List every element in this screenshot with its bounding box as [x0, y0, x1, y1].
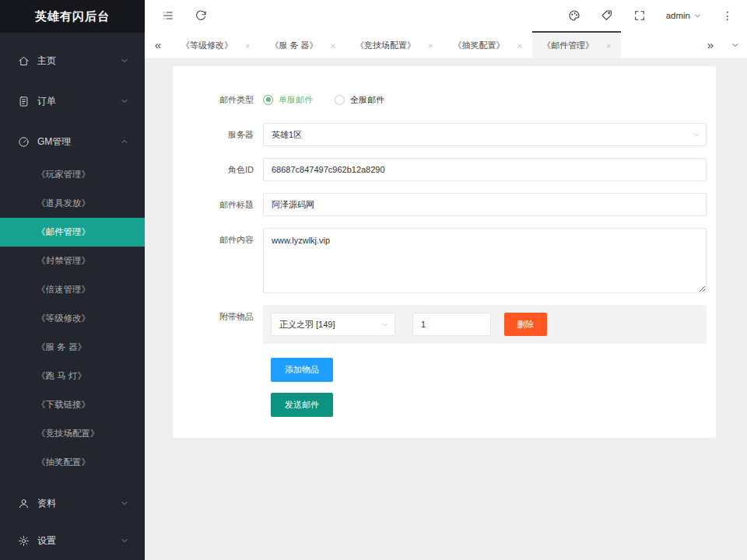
- server-select-value: 英雄1区: [272, 129, 302, 141]
- tab-servers[interactable]: 《服 务 器》 ×: [260, 31, 345, 58]
- user-icon: [18, 498, 30, 509]
- field-label: 角色ID: [173, 158, 263, 181]
- delete-attachment-button[interactable]: 删除: [504, 313, 547, 336]
- fullscreen-icon[interactable]: [633, 9, 646, 22]
- mail-content-textarea[interactable]: www.lyzwlkj.vip: [263, 228, 707, 293]
- submenu-marquee[interactable]: 《跑 马 灯》: [0, 362, 145, 390]
- tab-level-modify[interactable]: 《等级修改》 ×: [171, 31, 260, 58]
- tab-label: 《等级修改》: [181, 40, 233, 51]
- form-row-mail-content: 邮件内容 www.lyzwlkj.vip: [173, 228, 707, 293]
- field-label: 邮件标题: [173, 193, 263, 216]
- submenu-mail-manage[interactable]: 《邮件管理》: [0, 218, 145, 247]
- submenu-arena-config[interactable]: 《竞技场配置》: [0, 419, 145, 448]
- submenu-speed-manage[interactable]: 《倍速管理》: [0, 275, 145, 304]
- submenu-download-link[interactable]: 《下载链接》: [0, 390, 145, 419]
- chevron-down-icon: [120, 96, 129, 106]
- main-area: admin ⋮ « 《等级修改》 × 《服 务 器》 × 《竞技场配置》 × 《…: [145, 0, 747, 559]
- home-icon: [18, 55, 30, 67]
- order-icon: [18, 96, 30, 107]
- username: admin: [666, 11, 690, 20]
- field-label: 邮件类型: [173, 88, 263, 111]
- close-icon[interactable]: ×: [245, 41, 250, 51]
- menu-toggle-icon[interactable]: [162, 9, 174, 22]
- attachment-item-select[interactable]: 正义之羽 [149]: [271, 313, 395, 336]
- close-icon[interactable]: ×: [428, 41, 433, 51]
- form-row-attachments: 附带物品 正义之羽 [149] 删除: [173, 305, 707, 344]
- tab-lottery-config[interactable]: 《抽奖配置》 ×: [443, 31, 531, 58]
- chevron-down-icon: [381, 320, 389, 329]
- tab-bar: « 《等级修改》 × 《服 务 器》 × 《竞技场配置》 × 《抽奖配置》 × …: [145, 31, 747, 59]
- sidebar-item-label: 设置: [37, 534, 120, 548]
- user-menu[interactable]: admin: [666, 11, 702, 20]
- attachment-item-name: 正义之羽 [149]: [279, 319, 335, 331]
- tabs-scroll-right-icon[interactable]: »: [697, 31, 724, 58]
- submenu-servers[interactable]: 《服 务 器》: [0, 333, 145, 362]
- attachment-count-input[interactable]: [412, 313, 491, 336]
- tab-mail-manage[interactable]: 《邮件管理》 ×: [532, 31, 621, 58]
- field-label: 附带物品: [173, 305, 263, 344]
- sidebar-item-gm[interactable]: GM管理: [0, 123, 145, 160]
- sidebar-item-label: 资料: [37, 497, 120, 510]
- submenu-lottery-config[interactable]: 《抽奖配置》: [0, 448, 145, 477]
- sidebar-item-profile[interactable]: 资料: [0, 485, 145, 522]
- close-icon[interactable]: ×: [331, 41, 335, 51]
- sidebar-item-settings[interactable]: 设置: [0, 522, 145, 559]
- tab-label: 《服 务 器》: [270, 40, 317, 51]
- tab-spacer: [621, 31, 697, 58]
- palette-icon[interactable]: [568, 9, 580, 22]
- chevron-down-icon: [693, 12, 702, 20]
- chevron-up-icon: [120, 137, 129, 146]
- more-icon[interactable]: ⋮: [722, 10, 733, 21]
- mail-type-radio-group: 单服邮件 全服邮件: [263, 88, 707, 111]
- gear-icon: [18, 535, 30, 547]
- sidebar-item-home[interactable]: 主页: [0, 42, 145, 79]
- sidebar-item-label: GM管理: [37, 135, 120, 149]
- gauge-icon: [18, 136, 30, 148]
- chevron-down-icon: [120, 56, 129, 65]
- chevron-down-icon: [692, 131, 700, 139]
- radio-checked-icon: [263, 95, 273, 105]
- mail-form-card: 邮件类型 单服邮件 全服邮件 服务器 英雄1区: [173, 66, 716, 438]
- sidebar-item-label: 订单: [37, 95, 120, 108]
- close-icon[interactable]: ×: [517, 41, 521, 51]
- sidebar-item-label: 主页: [37, 54, 120, 68]
- tab-label: 《邮件管理》: [542, 40, 594, 51]
- role-id-input[interactable]: [263, 158, 707, 181]
- form-row-server: 服务器 英雄1区: [173, 123, 707, 146]
- tab-label: 《抽奖配置》: [453, 40, 504, 51]
- tab-arena-config[interactable]: 《竞技场配置》 ×: [345, 31, 443, 58]
- tab-label: 《竞技场配置》: [356, 40, 416, 51]
- refresh-icon[interactable]: [195, 9, 207, 22]
- close-icon[interactable]: ×: [606, 41, 611, 51]
- tag-icon[interactable]: [601, 9, 613, 22]
- submenu-level-modify[interactable]: 《等级修改》: [0, 304, 145, 333]
- topbar-left: [162, 9, 207, 22]
- radio-label: 单服邮件: [279, 94, 313, 106]
- send-mail-button[interactable]: 发送邮件: [271, 393, 333, 417]
- tabs-scroll-left-icon[interactable]: «: [145, 31, 171, 58]
- submenu-player-manage[interactable]: 《玩家管理》: [0, 160, 145, 189]
- chevron-down-icon: [120, 499, 129, 508]
- add-item-button[interactable]: 添加物品: [271, 358, 333, 382]
- radio-unchecked-icon: [335, 95, 345, 105]
- tabs-menu-icon[interactable]: [724, 31, 747, 58]
- sidebar-item-orders[interactable]: 订单: [0, 82, 145, 120]
- mail-title-input[interactable]: [263, 193, 707, 216]
- server-select[interactable]: 英雄1区: [263, 123, 707, 146]
- form-row-role-id: 角色ID: [173, 158, 707, 181]
- submenu-item-grant[interactable]: 《道具发放》: [0, 189, 145, 218]
- submenu-ban-manage[interactable]: 《封禁管理》: [0, 247, 145, 275]
- radio-single-server-mail[interactable]: 单服邮件: [263, 94, 313, 106]
- form-row-mail-title: 邮件标题: [173, 193, 707, 216]
- attachment-item-row: 正义之羽 [149] 删除: [263, 305, 707, 344]
- field-label: 服务器: [173, 123, 263, 146]
- page-content: 邮件类型 单服邮件 全服邮件 服务器 英雄1区: [145, 59, 747, 559]
- chevron-down-icon: [731, 40, 740, 50]
- topbar-right: admin ⋮: [568, 9, 733, 22]
- form-row-mail-type: 邮件类型 单服邮件 全服邮件: [173, 88, 707, 111]
- radio-all-server-mail[interactable]: 全服邮件: [335, 94, 384, 106]
- field-label: 邮件内容: [173, 228, 263, 293]
- sidebar: 英雄有闪后台 主页 订单 GM管理 《玩家管理》 《道具发放》: [0, 0, 145, 560]
- gm-submenu: 《玩家管理》 《道具发放》 《邮件管理》 《封禁管理》 《倍速管理》 《等级修改…: [0, 160, 145, 477]
- sidebar-nav: 主页 订单 GM管理 《玩家管理》 《道具发放》 《邮件管理》 《封禁管理》 《…: [0, 33, 145, 559]
